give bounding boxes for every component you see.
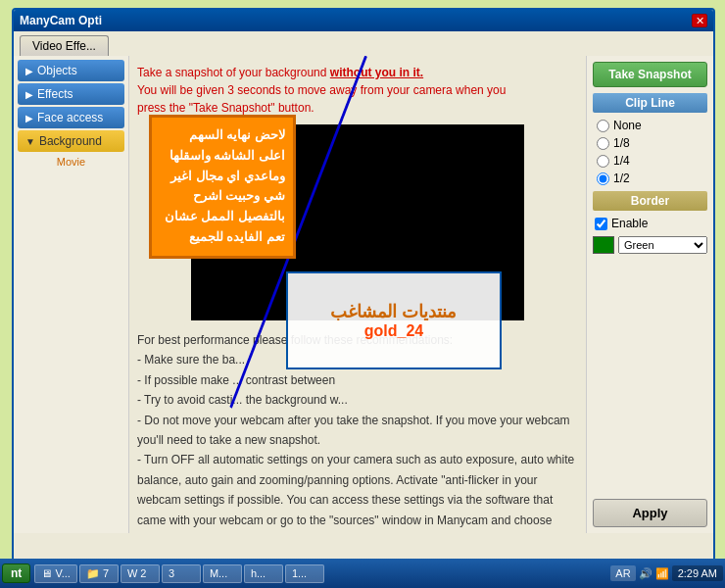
sidebar-item-face-access[interactable]: ▶ Face access [18,107,124,128]
sidebar-item-effects-label: Effects [37,87,72,101]
window-title: ManyCam Opti [20,14,102,27]
taskbar-clock: 2:29 AM [672,565,723,581]
taskbar-item-1-label: 📁 7 [86,567,109,580]
movie-label: Movie [18,154,124,170]
taskbar-item-4[interactable]: M... [203,564,242,583]
rec-item-3: - Do not move your webcam after you take… [137,411,578,451]
radio-one-quarter-input[interactable] [597,155,609,168]
taskbar-item-0-label: 🖥 V... [41,567,71,579]
effects-arrow-icon: ▶ [25,89,33,100]
sidebar-item-effects[interactable]: ▶ Effects [18,83,124,105]
taskbar-item-5-label: h... [251,567,266,579]
sidebar-item-objects[interactable]: ▶ Objects [18,60,124,81]
taskbar-item-6-label: 1... [292,567,307,579]
right-panel: Take Snapshot Clip Line None 1/8 1/4 [586,56,713,533]
apply-button[interactable]: Apply [593,499,707,527]
instruction-line1: Take a snapshot of your background [137,66,326,79]
border-enable-label: Enable [611,217,648,230]
title-bar: ManyCam Opti ✕ [14,10,713,31]
take-snapshot-button[interactable]: Take Snapshot [593,62,707,87]
radio-one-half[interactable]: 1/2 [597,172,707,185]
rec-item-1: - If possible make ... contrast between [137,370,578,390]
background-arrow-icon: ▼ [25,136,35,147]
radio-none-label: None [613,119,642,132]
overlay-text: لاحض نهايه السهم اعلى الشاشه واسقلها وما… [165,127,285,244]
forum-box: منتديات المشاغب gold_24 [286,271,502,369]
taskbar-item-4-label: M... [210,567,227,579]
border-enable-checkbox[interactable] [595,218,607,230]
overlay-box: لاحض نهايه السهم اعلى الشاشه واسقلها وما… [149,115,296,259]
radio-none-input[interactable] [597,120,609,132]
taskbar-right: AR 🔊 📶 2:29 AM [610,565,723,581]
taskbar-item-2[interactable]: W 2 [121,564,160,583]
taskbar-item-2-label: W 2 [127,567,147,579]
rec-item-2: - Try to avoid casti... the background w… [137,390,578,410]
taskbar-item-5[interactable]: h... [244,564,283,583]
taskbar-icons: 🔊 📶 [639,567,669,580]
radio-one-quarter-label: 1/4 [613,154,630,168]
clip-line-label: Clip Line [593,93,707,113]
close-button[interactable]: ✕ [692,14,707,27]
radio-none[interactable]: None [597,119,707,132]
main-content: Take a snapshot of your background witho… [129,56,586,533]
sidebar-item-face-label: Face access [37,111,103,124]
clip-line-radio-group: None 1/8 1/4 1/2 [593,119,707,185]
taskbar-item-6[interactable]: 1... [285,564,324,583]
radio-one-quarter[interactable]: 1/4 [597,154,707,168]
taskbar-items: 🖥 V... 📁 7 W 2 3 M... h... 1... [34,564,606,583]
border-label: Border [593,191,707,211]
instruction-bold: without you in it. [330,66,423,79]
border-enable-checkbox-row[interactable]: Enable [593,217,707,230]
radio-one-eighth-label: 1/8 [613,136,630,150]
sidebar-item-objects-label: Objects [37,64,77,77]
radio-one-half-input[interactable] [597,172,609,185]
taskbar-item-0[interactable]: 🖥 V... [34,564,77,583]
tab-area: Video Effe... [14,31,713,56]
forum-top-text: منتديات المشاغب [330,301,457,322]
taskbar-item-1[interactable]: 📁 7 [79,564,119,583]
sidebar-item-background-label: Background [39,134,102,148]
video-effects-tab[interactable]: Video Effe... [20,35,109,56]
sidebar-item-background[interactable]: ▼ Background [18,130,124,152]
instruction-line3: press the "Take Snapshot" button. [137,101,314,115]
color-swatch[interactable] [593,236,614,254]
content-area: ▶ Objects ▶ Effects ▶ Face access ▼ Back… [14,56,713,533]
objects-arrow-icon: ▶ [25,66,33,76]
face-arrow-icon: ▶ [25,113,33,123]
start-button[interactable]: nt [2,564,30,583]
color-dropdown[interactable]: Green [618,236,707,254]
radio-one-half-label: 1/2 [613,172,630,185]
taskbar-item-3[interactable]: 3 [162,564,201,583]
taskbar-item-3-label: 3 [169,567,174,579]
main-window: ManyCam Opti ✕ Video Effe... ▶ Objects ▶… [12,8,715,562]
color-select-row: Green [593,236,707,254]
taskbar: nt 🖥 V... 📁 7 W 2 3 M... h... 1... AR 🔊 … [0,559,725,588]
instruction-line2: You will be given 3 seconds to move away… [137,83,506,97]
radio-one-eighth[interactable]: 1/8 [597,136,707,150]
forum-bottom-text: gold_24 [364,322,423,340]
sidebar: ▶ Objects ▶ Effects ▶ Face access ▼ Back… [14,56,129,533]
instruction-text: Take a snapshot of your background witho… [137,64,578,117]
rec-item-4: - Turn OFF all automatic settings on you… [137,450,578,533]
window-body: Video Effe... ▶ Objects ▶ Effects ▶ Face… [14,31,713,560]
language-indicator[interactable]: AR [610,565,635,581]
radio-one-eighth-input[interactable] [597,137,609,150]
